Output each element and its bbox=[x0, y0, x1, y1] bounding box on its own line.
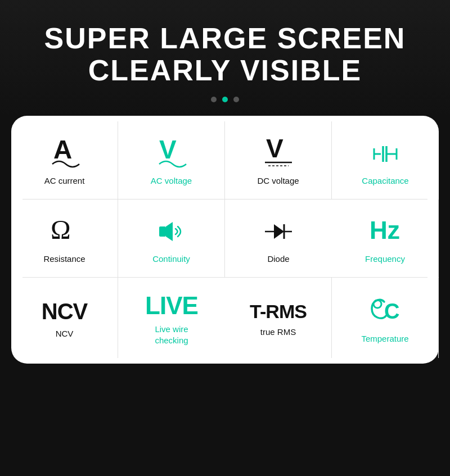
svg-text:V: V bbox=[266, 137, 284, 163]
true-rms-label: true RMS bbox=[260, 327, 296, 338]
svg-marker-14 bbox=[274, 224, 284, 239]
dc-voltage-icon: V bbox=[262, 137, 295, 170]
svg-text:C: C bbox=[384, 300, 399, 323]
cell-capacitance: Capacitance bbox=[332, 121, 439, 199]
svg-text:Hz: Hz bbox=[370, 216, 400, 244]
svg-text:A: A bbox=[53, 137, 72, 164]
ac-voltage-icon: V bbox=[155, 137, 188, 170]
cell-frequency: Hz Frequency bbox=[332, 200, 439, 277]
frequency-label: Frequency bbox=[365, 253, 405, 265]
cell-resistance: Ω Resistance bbox=[11, 200, 118, 277]
frequency-icon: Hz bbox=[368, 215, 402, 248]
cell-continuity: Continuity bbox=[118, 200, 225, 277]
dc-voltage-label: DC voltage bbox=[257, 175, 299, 187]
dot-2[interactable] bbox=[222, 97, 228, 102]
live-icon: LIVE bbox=[145, 293, 198, 318]
svg-rect-12 bbox=[159, 226, 166, 237]
cell-true-rms: T-RMS true RMS bbox=[225, 278, 332, 358]
resistance-icon: Ω bbox=[48, 215, 82, 248]
trms-icon: T-RMS bbox=[250, 302, 307, 321]
ncv-label: NCV bbox=[56, 328, 74, 339]
continuity-icon bbox=[155, 215, 188, 248]
ac-voltage-label: AC voltage bbox=[151, 175, 192, 187]
resistance-label: Resistance bbox=[43, 253, 85, 265]
diode-icon bbox=[262, 215, 295, 248]
cell-ac-voltage: V AC voltage bbox=[118, 121, 225, 199]
svg-text:Ω: Ω bbox=[51, 215, 71, 244]
carousel-dots bbox=[211, 97, 239, 102]
header: SUPER LARGE SCREEN CLEARLY VISIBLE bbox=[0, 0, 450, 116]
cell-live-wire: LIVE Live wire checking bbox=[118, 278, 225, 358]
page-title: SUPER LARGE SCREEN CLEARLY VISIBLE bbox=[44, 22, 406, 87]
temperature-icon: C bbox=[368, 295, 402, 328]
dot-3[interactable] bbox=[233, 97, 239, 102]
capacitance-label: Capacitance bbox=[362, 175, 408, 187]
diode-label: Diode bbox=[267, 253, 289, 265]
continuity-label: Continuity bbox=[152, 253, 190, 265]
cell-temperature: C Temperature bbox=[332, 278, 439, 358]
ac-current-label: AC current bbox=[44, 175, 85, 187]
svg-text:V: V bbox=[159, 137, 177, 164]
temperature-label: Temperature bbox=[361, 333, 408, 344]
dot-1[interactable] bbox=[211, 97, 217, 102]
feature-grid: A AC current V AC voltage V DC voltage bbox=[11, 116, 439, 364]
ac-current-icon: A bbox=[48, 137, 82, 170]
ncv-icon: NCV bbox=[42, 300, 87, 323]
capacitance-icon bbox=[368, 137, 402, 170]
live-wire-label: Live wire checking bbox=[155, 324, 188, 346]
cell-ac-current: A AC current bbox=[11, 121, 118, 199]
cell-dc-voltage: V DC voltage bbox=[225, 121, 332, 199]
cell-ncv: NCV NCV bbox=[11, 278, 118, 358]
cell-diode: Diode bbox=[225, 200, 332, 277]
